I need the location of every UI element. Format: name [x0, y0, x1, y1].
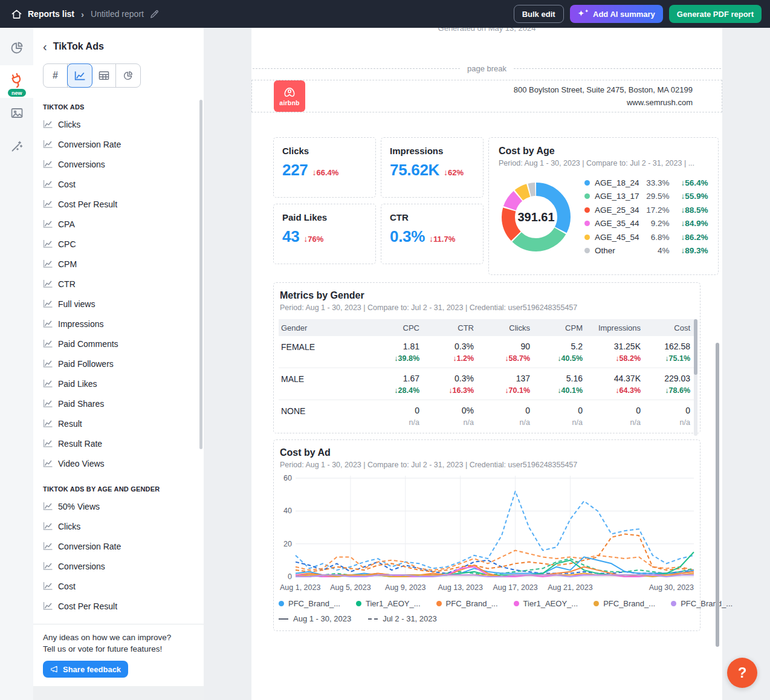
sidebar-item-full-views[interactable]: Full views: [43, 294, 204, 314]
cell-change: n/a: [481, 418, 530, 427]
sidebar-item-impressions[interactable]: Impressions: [43, 314, 204, 334]
sidebar-scrollbar[interactable]: [199, 100, 202, 449]
sidebar-item-paid-comments[interactable]: Paid Comments: [43, 334, 204, 354]
chart-line-icon: [43, 379, 53, 388]
column-header-ctr[interactable]: CTR: [423, 323, 477, 332]
share-feedback-button[interactable]: Share feedback: [43, 661, 128, 678]
legend-item-tier1-aeoy[interactable]: Tier1_AEOY_...: [514, 599, 578, 608]
column-header-cost[interactable]: Cost: [644, 323, 694, 332]
sidebar-section-label: TIKTOK ADS: [43, 103, 204, 111]
sidebar-item-cpa[interactable]: CPA: [43, 214, 204, 234]
cost-by-age-widget[interactable]: Cost by Age Period: Aug 1 - 30, 2023 | C…: [488, 137, 719, 275]
cell-change: ↓75.1%: [648, 354, 690, 363]
rail-item-tools[interactable]: [0, 131, 33, 163]
sidebar-item-conversion-rate[interactable]: Conversion Rate: [43, 536, 204, 556]
edit-title-icon[interactable]: [149, 9, 160, 19]
column-header-clicks[interactable]: Clicks: [477, 323, 534, 332]
legend-item-pfc-brand[interactable]: PFC_Brand_...: [436, 599, 498, 608]
gender-cell: NONE: [279, 406, 369, 427]
toggle-line-chart-widget[interactable]: [67, 63, 92, 88]
kpi-widget-ctr[interactable]: CTR0.3%↓11.7%: [381, 204, 484, 264]
sidebar-item-conversions[interactable]: Conversions: [43, 556, 204, 576]
legend-dot: [594, 601, 599, 606]
kpi-widget-clicks[interactable]: Clicks227↓66.4%: [273, 137, 376, 198]
metric-cell: 137↓70.1%: [477, 374, 534, 395]
bulk-edit-button[interactable]: Bulk edit: [514, 5, 564, 23]
legend-item-pfc-brand[interactable]: PFC_Brand_...: [594, 599, 655, 608]
toggle-pie-chart-widget[interactable]: [116, 64, 140, 87]
main-scrollbar[interactable]: [716, 343, 719, 647]
legend-label: PFC_Brand_...: [446, 599, 498, 608]
rail-item-analytics[interactable]: [0, 33, 33, 65]
table-row-male[interactable]: MALE1.67↓28.4%0.3%↓16.3%137↓70.1%5.16↓40…: [279, 368, 695, 400]
cost-by-ad-widget[interactable]: Cost by Ad Period: Aug 1 - 30, 2023 | Co…: [273, 439, 700, 631]
sidebar-item-video-views[interactable]: Video Views: [43, 453, 204, 473]
table-row-none[interactable]: NONE0n/a0%n/a0n/a0n/a0n/a0n/a: [279, 400, 695, 432]
help-button[interactable]: ?: [727, 658, 757, 688]
sidebar-item-cpc[interactable]: CPC: [43, 234, 204, 254]
sidebar-item-paid-followers[interactable]: Paid Followers: [43, 354, 204, 374]
sidebar-item-paid-likes[interactable]: Paid Likes: [43, 374, 204, 394]
toggle-table-widget[interactable]: [92, 64, 116, 87]
sidebar-item-cpm[interactable]: CPM: [43, 254, 204, 274]
sidebar-item-result-rate[interactable]: Result Rate: [43, 433, 204, 453]
sidebar-item-clicks[interactable]: Clicks: [43, 114, 204, 134]
legend-label: Tier1_AEOY_...: [523, 599, 578, 608]
sidebar-item-cost-per-result[interactable]: Cost Per Result: [43, 194, 204, 214]
sidebar-item-label: Clicks: [58, 120, 80, 129]
sidebar-item-cost-per-result[interactable]: Cost Per Result: [43, 596, 204, 616]
sidebar-item-label: Cost Per Result: [58, 601, 117, 611]
cell-value: 31.25K: [590, 342, 641, 351]
cost-by-age-donut: 391.61: [499, 180, 574, 254]
airbnb-logo-text: airbnb: [279, 99, 299, 106]
toggle-number-widget[interactable]: #: [44, 64, 68, 87]
sidebar-item-50-views[interactable]: 50% Views: [43, 496, 204, 516]
sidebar-item-conversion-rate[interactable]: Conversion Rate: [43, 134, 204, 154]
column-header-gender[interactable]: Gender: [279, 323, 369, 332]
legend-item-tier1-aeoy[interactable]: Tier1_AEOY_...: [356, 599, 421, 608]
sidebar-item-ctr[interactable]: CTR: [43, 274, 204, 294]
back-icon[interactable]: ‹: [43, 42, 47, 51]
sidebar-item-result[interactable]: Result: [43, 413, 204, 433]
sidebar-item-label: Video Views: [58, 459, 105, 468]
widget-subtitle: Period: Aug 1 - 30, 2023 | Compare to: J…: [279, 303, 695, 312]
metric-cell: 0%n/a: [423, 406, 477, 427]
legend-percent: 33.3%: [639, 178, 670, 187]
report-title[interactable]: Untitled report: [91, 9, 144, 19]
metric-cell: 1.67↓28.4%: [369, 374, 423, 395]
breadcrumb-reports-list[interactable]: Reports list: [28, 9, 74, 19]
table-row-female[interactable]: FEMALE1.81↓39.8%0.3%↓1.2%90↓58.7%5.2↓40.…: [279, 336, 695, 368]
sidebar-item-conversions[interactable]: Conversions: [43, 154, 204, 174]
column-header-cpm[interactable]: CPM: [534, 323, 586, 332]
report-header-widget[interactable]: airbnb 800 Boylston Street, Suite 2475, …: [251, 80, 722, 112]
chart-line-icon: [43, 601, 53, 611]
donut-legend-row-age-18-24: AGE_18_2433.3%↓56.4%: [584, 176, 708, 190]
widget-title: Cost by Age: [499, 146, 708, 157]
column-header-impressions[interactable]: Impressions: [586, 323, 644, 332]
rail-item-images[interactable]: [0, 98, 33, 131]
legend-item-pfc-brand[interactable]: PFC_Brand_...: [671, 599, 733, 608]
period-legend-aug-1-30-2023[interactable]: Aug 1 - 30, 2023: [279, 614, 351, 623]
sidebar-item-clicks[interactable]: Clicks: [43, 516, 204, 536]
home-icon[interactable]: [11, 8, 22, 20]
rail-item-integrations[interactable]: new: [0, 65, 33, 98]
sidebar-item-label: Conversions: [58, 160, 105, 169]
sidebar-item-cost[interactable]: Cost: [43, 576, 204, 596]
legend-item-pfc-brand[interactable]: PFC_Brand_...: [279, 599, 340, 608]
sidebar-item-cost[interactable]: Cost: [43, 174, 204, 194]
airbnb-logo: airbnb: [274, 80, 305, 112]
period-legend-jul-2-31-2023[interactable]: Jul 2 - 31, 2023: [368, 614, 437, 623]
column-header-cpc[interactable]: CPC: [369, 323, 423, 332]
kpi-widget-impressions[interactable]: Impressions75.62K↓62%: [381, 137, 484, 198]
sidebar-item-paid-shares[interactable]: Paid Shares: [43, 394, 204, 413]
generate-pdf-button[interactable]: Generate PDF report: [669, 5, 762, 23]
kpi-widget-paid-likes[interactable]: Paid Likes43↓76%: [273, 204, 376, 264]
table-scrollbar[interactable]: [694, 319, 697, 436]
kpi-grid: Cost by Age Period: Aug 1 - 30, 2023 | C…: [273, 137, 700, 275]
report-canvas[interactable]: Generated on May 13, 2024 page break air…: [204, 28, 770, 700]
cell-value: 0%: [427, 406, 474, 415]
legend-dot: [584, 193, 590, 199]
cell-change: ↓39.8%: [373, 354, 419, 363]
add-ai-summary-button[interactable]: ✦✦ Add AI summary: [570, 5, 663, 23]
metrics-by-gender-widget[interactable]: Metrics by Gender Period: Aug 1 - 30, 20…: [273, 282, 700, 433]
